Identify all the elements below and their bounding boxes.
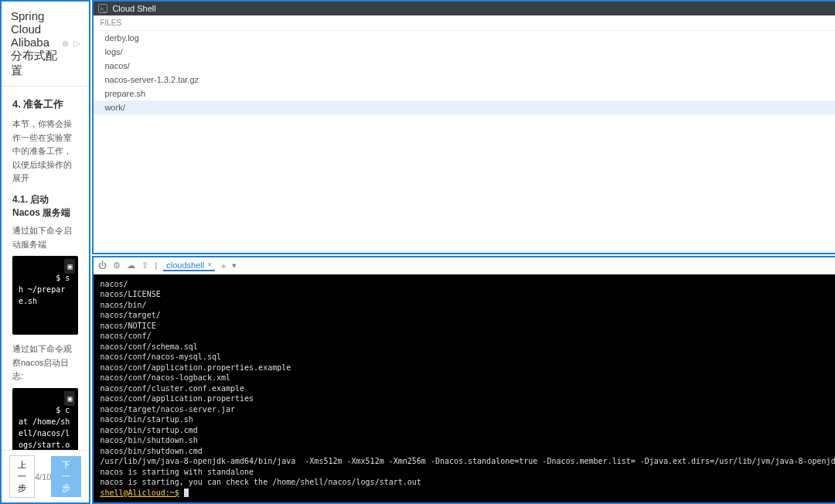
next-step-button[interactable]: 下一步: [51, 456, 81, 497]
cloud-icon[interactable]: ☁: [127, 261, 135, 271]
tutorial-header: Spring Cloud Alibaba 分布式配置 ⊕ ▷: [2, 2, 89, 87]
section-4-text: 本节，你将会操作一些在实验室中的准备工作，以便后续操作的展开: [12, 117, 78, 186]
run-code-icon[interactable]: ▣: [64, 391, 75, 406]
file-item[interactable]: work/: [94, 100, 835, 114]
terminal-tab[interactable]: cloudshell ×: [163, 261, 215, 271]
files-list: derby.loglogs/nacos/nacos-server-1.3.2.t…: [94, 31, 835, 239]
gear-icon[interactable]: ⚙: [113, 261, 121, 271]
terminal-body[interactable]: nacos/ nacos/LICENSE nacos/bin/ nacos/ta…: [94, 274, 835, 503]
close-tab-icon[interactable]: ×: [207, 261, 212, 269]
section-4-1-heading: 4.1. 启动 Nacos 服务端: [12, 193, 78, 220]
terminal-cursor: [184, 489, 189, 497]
close-tutorial-icon[interactable]: ▷: [73, 39, 80, 48]
divider: |: [155, 261, 157, 271]
step-pager: 4/10: [35, 472, 51, 482]
cloudshell-titlebar: >_ Cloud Shell ✎ ⛶: [94, 2, 835, 15]
file-item[interactable]: nacos/: [94, 59, 835, 73]
tutorial-footer: 上一步 4/10 下一步: [2, 450, 89, 502]
terminal-prompt: shell@Alicloud:~$: [100, 489, 179, 497]
language-icon[interactable]: ⊕: [62, 39, 69, 48]
terminal-panel: ⏻ ⚙ ☁ ⇧ | cloudshell × + ▾ nacos/ nacos/…: [92, 256, 835, 505]
prev-step-button[interactable]: 上一步: [9, 455, 35, 498]
files-panel: >_ Cloud Shell ✎ ⛶ FILES + ↻ derby.loglo…: [92, 0, 835, 254]
tutorial-title: Spring Cloud Alibaba 分布式配置: [11, 9, 62, 78]
cloudshell-icon: >_: [98, 4, 107, 13]
tutorial-panel: Spring Cloud Alibaba 分布式配置 ⊕ ▷ 4. 准备工作 本…: [0, 0, 90, 504]
section-4-1-text-2: 通过如下命令观察nacos启动日志:: [12, 342, 78, 383]
codeblock-prepare: $ sh ~/prepare.sh ▣: [12, 256, 78, 335]
tutorial-body: 4. 准备工作 本节，你将会操作一些在实验室中的准备工作，以便后续操作的展开 4…: [2, 87, 89, 450]
files-label: FILES: [100, 19, 121, 27]
section-4-1-text-1: 通过如下命令启动服务端: [12, 224, 78, 251]
files-header: FILES + ↻: [94, 15, 835, 31]
tab-dropdown-icon[interactable]: ▾: [232, 261, 237, 271]
file-item[interactable]: logs/: [94, 45, 835, 59]
power-icon[interactable]: ⏻: [98, 261, 107, 271]
cloudshell-title: Cloud Shell: [112, 4, 155, 13]
section-4-heading: 4. 准备工作: [12, 97, 78, 111]
file-item[interactable]: nacos-server-1.3.2.tar.gz: [94, 73, 835, 87]
codeblock-cat: $ cat /home/shell/nacos/logs/start.out ▣: [12, 388, 78, 450]
files-drag-handle[interactable]: ···: [94, 239, 835, 253]
upload-icon[interactable]: ⇧: [141, 261, 148, 271]
terminal-tab-label: cloudshell: [166, 261, 204, 270]
add-tab-icon[interactable]: +: [221, 261, 226, 271]
file-item[interactable]: derby.log: [94, 31, 835, 45]
terminal-tabs: ⏻ ⚙ ☁ ⇧ | cloudshell × + ▾: [94, 257, 835, 274]
file-item[interactable]: prepare.sh: [94, 87, 835, 100]
run-code-icon[interactable]: ▣: [64, 259, 75, 274]
terminal-output: nacos/ nacos/LICENSE nacos/bin/ nacos/ta…: [100, 280, 835, 487]
